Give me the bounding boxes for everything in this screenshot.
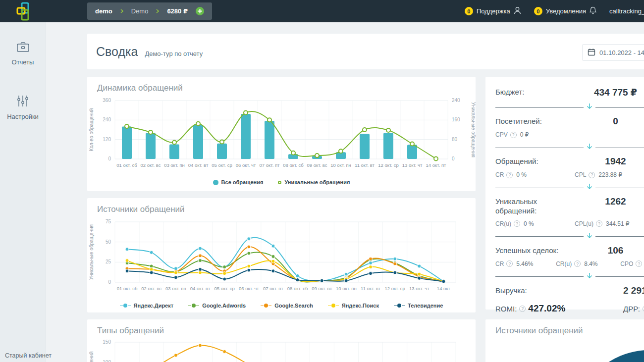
svg-text:01 окт. сб: 01 окт. сб [116,162,137,168]
stat-value: 434 775 ₽ [577,87,644,98]
legend-item[interactable]: Телевидение [394,303,443,309]
legend-item[interactable]: Google.Search [261,303,313,309]
sidebar-item-label: Настройки [7,113,39,120]
stat-row: Посетителей:0CPV?0 ₽ [495,112,644,138]
help-icon[interactable]: ? [514,220,520,227]
help-icon[interactable]: ? [506,260,513,267]
legend-item[interactable]: Все обращения [213,179,264,185]
sources-pie-card: Источники обращений [485,319,644,362]
sidebar-item-reports[interactable]: Отчеты [0,32,46,75]
svg-text:03 окт. пн: 03 окт. пн [165,286,186,291]
svg-text:02 окт. вс: 02 окт. вс [140,162,161,168]
topbar: demo Demo 6280 ₽ 0 Поддержка 0 [0,0,644,22]
legend-label: Все обращения [221,179,264,185]
help-icon[interactable]: ? [636,260,642,267]
stat-value: 0 [577,116,644,127]
dynamics-chart-card: Динамика обращений 0012080240160360240Ко… [87,77,476,191]
drr-label: ДРР: [623,305,640,313]
date-range-picker[interactable]: 01.10.2022 - 14.10 [582,44,644,61]
user-menu[interactable]: calltracking_ [609,7,644,15]
stat-label: Успешных сделок: [495,246,577,256]
help-icon[interactable]: ? [510,132,517,138]
help-icon[interactable]: ? [574,260,581,267]
svg-text:360: 360 [103,98,111,103]
stat-sub-metric: CPV?0 ₽ [495,131,529,138]
svg-text:160: 160 [452,117,460,122]
old-cabinet-link[interactable]: Старый кабинет [5,352,52,359]
legend-item[interactable]: Уникальные обращения [278,179,350,185]
chart-title: Источники обращений [87,198,476,215]
romi-metric: ROMI:?427.02% [495,303,565,314]
arrow-down-icon [584,103,595,112]
svg-text:80: 80 [452,137,458,142]
svg-text:10 окт. пн: 10 окт. пн [330,162,351,168]
metric-value: 0 % [516,171,527,178]
metric-name: CR [495,171,504,178]
breadcrumb-account[interactable]: demo [95,7,112,15]
page-header: Сводка Демо-тур по отчету 01.10.2022 - 1… [87,34,644,69]
legend-label: Телевидение [408,303,443,309]
sidebar-item-settings[interactable]: Настройки [0,86,46,129]
notifications-link[interactable]: 0 Уведомления [534,6,596,16]
svg-text:50: 50 [106,239,111,245]
stat-label: Бюджет: [495,88,577,97]
legend-label: Яндекс.Директ [134,303,174,309]
types-chart: 050100150Кол-во обращений01 окт. сб02 ок… [87,336,476,362]
stat-row: Уникальных обращений:1262CR(u)?0 %CPL(u)… [495,192,644,227]
help-icon[interactable]: ? [596,220,602,227]
metric-name: CR(u) [495,220,511,227]
stat-sub-metric: CPL?223.88 ₽ [575,171,622,178]
dynamics-chart: 0012080240160360240Кол-во обращенийУника… [87,94,476,176]
svg-text:13 окт. чт: 13 окт. чт [402,162,423,168]
svg-text:120: 120 [103,137,111,142]
funnel-stats-card: Бюджет:434 775 ₽Посетителей:0CPV?0 ₽Обра… [485,77,644,310]
legend-item[interactable]: Google.Adwords [188,303,246,309]
chevron-right-icon [156,9,159,13]
svg-text:05 окт. ср: 05 окт. ср [212,162,232,168]
demo-tour-link[interactable]: Демо-тур по отчету [145,50,203,57]
legend-marker-icon [213,180,218,185]
topup-balance-button[interactable] [196,7,204,15]
svg-text:08 окт. сб: 08 окт. сб [287,286,308,291]
chevron-right-icon [120,9,123,13]
help-icon[interactable]: ? [589,172,595,178]
romi-label: ROMI: [495,305,517,313]
account-switcher[interactable]: demo Demo 6280 ₽ [87,2,212,20]
metric-name: CR(u) [556,260,572,267]
svg-text:11 окт. вт: 11 окт. вт [355,162,375,168]
page-title: Сводка [96,45,138,59]
balance-amount[interactable]: 6280 ₽ [167,7,188,15]
legend-label: Google.Search [274,303,313,309]
legend-marker-icon [120,304,131,308]
help-icon[interactable]: ? [519,306,526,312]
sidebar: Отчеты Настройки [0,22,46,362]
sources-pie-chart[interactable] [575,350,644,362]
svg-text:0: 0 [452,156,455,161]
breadcrumb-project[interactable]: Demo [131,7,149,15]
chart-title: Источники обращений [485,319,644,336]
support-link[interactable]: 0 Поддержка [465,6,521,16]
chart-title: Динамика обращений [87,77,476,94]
sources-chart-card: Источники обращений 0255075Уникальные об… [87,198,476,312]
svg-text:12 окт. ср: 12 окт. ср [378,162,398,168]
app-logo-icon[interactable] [15,1,34,23]
svg-text:13 окт. чт: 13 окт. чт [409,286,429,291]
legend-item[interactable]: Яндекс.Поиск [328,303,379,309]
arrow-down-icon [584,143,595,152]
svg-text:0: 0 [108,156,111,161]
legend-marker-icon [394,304,405,308]
sidebar-item-label: Отчеты [12,58,34,66]
stat-sub-metric: CR?0 % [495,171,575,178]
legend-marker-icon [261,304,271,308]
svg-text:Кол-во обращений: Кол-во обращений [89,108,94,152]
stat-row: Обращений:1942CR?0 %CPL?223.88 ₽ [495,152,644,178]
help-icon[interactable]: ? [506,172,513,178]
chart-title: Типы обращений [87,319,476,336]
funnel-stats: Бюджет:434 775 ₽Посетителей:0CPV?0 ₽Обра… [495,83,644,314]
legend-marker-icon [278,181,281,184]
notifications-label: Уведомления [546,7,586,15]
metric-value: 5.46% [516,260,533,267]
svg-text:12 окт. ср: 12 окт. ср [384,286,405,291]
svg-text:14 окт: 14 окт [437,286,451,291]
legend-item[interactable]: Яндекс.Директ [120,303,174,309]
